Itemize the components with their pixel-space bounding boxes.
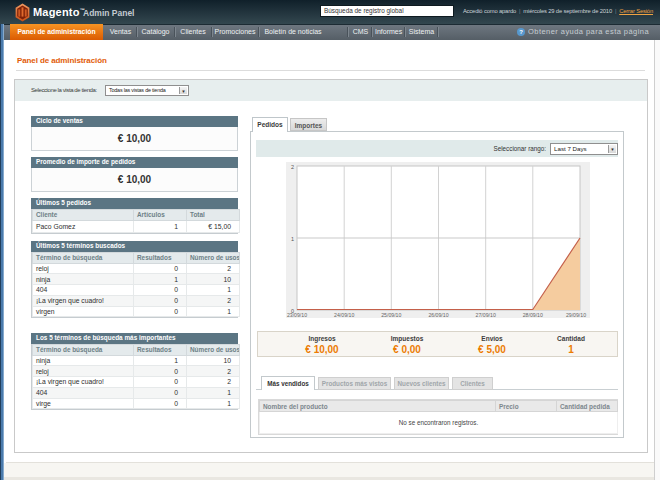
svg-text:29/09/10: 29/09/10 [566,312,586,318]
svg-text:24/09/10: 24/09/10 [334,312,354,318]
svg-text:27/09/10: 27/09/10 [476,312,496,318]
svg-text:23/09/10: 23/09/10 [287,312,307,318]
svg-text:1: 1 [291,236,294,242]
svg-text:2: 2 [291,164,294,170]
svg-text:26/09/10: 26/09/10 [428,312,448,318]
svg-text:25/09/10: 25/09/10 [381,312,401,318]
svg-text:28/09/10: 28/09/10 [523,312,543,318]
